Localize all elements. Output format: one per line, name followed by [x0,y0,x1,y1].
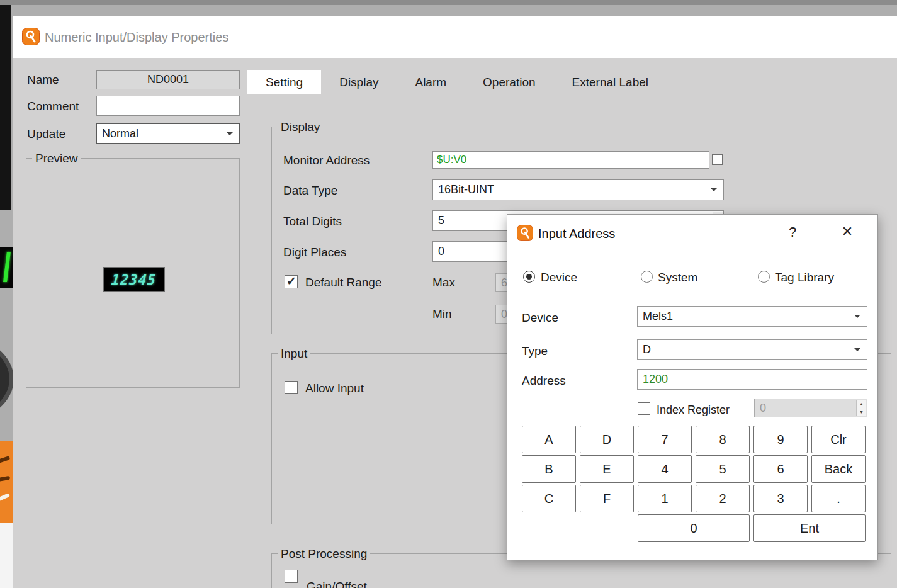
tab-bar: Setting Display Alarm Operation External… [247,70,667,94]
radio-system-label: System [658,271,697,284]
keypad-key-7[interactable]: 7 [638,426,692,453]
input-group-label: Input [278,346,310,361]
keypad-key-5[interactable]: 5 [696,455,750,483]
keypad-key-d[interactable]: D [580,426,634,453]
keypad-key-a[interactable]: A [522,426,576,453]
keypad-key-dot[interactable]: . [811,485,866,512]
comment-label: Comment [27,96,79,116]
tab-operation[interactable]: Operation [465,70,553,94]
monitor-address-label: Monitor Address [283,153,370,168]
input-address-dialog-title: Input Address [538,225,615,242]
index-register-field: 0 ▲ ▼ [754,399,867,417]
background-circle-fragment [0,348,14,408]
allow-input-checkbox[interactable] [285,381,298,394]
main-dialog-title: Numeric Input/Display Properties [45,16,228,58]
tab-external-label[interactable]: External Label [554,70,667,94]
data-type-label: Data Type [283,183,337,198]
device-label: Device [522,310,558,325]
index-register-checkbox[interactable] [638,402,650,415]
help-button[interactable]: ? [782,223,803,242]
keypad-key-back[interactable]: Back [811,455,866,483]
monitor-address-field[interactable]: $U:V0 [432,151,709,169]
touch-app-icon [517,225,533,241]
allow-input-label: Allow Input [305,381,364,396]
total-digits-label: Total Digits [283,214,342,229]
touch-app-icon [22,28,40,45]
keypad-key-3[interactable]: 3 [753,485,808,512]
address-keypad: A D 7 8 9 Clr B E 4 5 6 Back C F 1 2 3 .… [522,426,866,542]
input-address-dialog: Input Address ? ✕ Device System Tag Libr… [507,214,878,560]
radio-device[interactable] [523,271,535,283]
digit-places-label: Digit Places [283,245,346,260]
default-range-label: Default Range [305,275,381,290]
keypad-key-b[interactable]: B [522,455,576,483]
keypad-key-2[interactable]: 2 [696,485,750,512]
name-label: Name [27,70,59,89]
tab-alarm[interactable]: Alarm [397,70,465,94]
tab-setting[interactable]: Setting [247,70,321,94]
index-register-spinner[interactable]: ▲ ▼ [856,400,866,416]
main-dialog-titlebar[interactable]: Numeric Input/Display Properties [13,16,897,58]
comment-field[interactable] [96,96,240,116]
keypad-key-ent[interactable]: Ent [753,514,866,542]
preview-group: Preview 12345 [26,158,240,388]
type-dropdown[interactable]: D [637,339,867,360]
keypad-key-f[interactable]: F [580,485,634,512]
keypad-key-6[interactable]: 6 [753,455,808,483]
keypad-key-1[interactable]: 1 [638,485,692,512]
digit-places-value: 0 [438,245,444,257]
post-processing-group-label: Post Processing [278,546,370,561]
total-digits-value: 5 [438,214,444,227]
address-value: 1200 [643,373,668,385]
tab-display[interactable]: Display [321,70,397,94]
index-register-label: Index Register [657,402,730,417]
preview-display-value: 12345 [111,272,157,288]
radio-tag-library-label: Tag Library [775,271,834,284]
preview-group-label: Preview [32,151,81,166]
radio-tag-library[interactable] [758,271,770,283]
desktop: Numeric Input/Display Properties Name ND… [0,0,897,588]
spinner-down-icon[interactable]: ▼ [857,408,866,416]
background-window-fragment-left [0,5,11,210]
monitor-address-value[interactable]: $U:V0 [437,154,466,166]
keypad-key-c[interactable]: C [522,485,576,512]
keypad-key-clr[interactable]: Clr [811,426,866,453]
index-register-value: 0 [760,402,766,414]
keypad-key-8[interactable]: 8 [696,426,750,453]
name-field[interactable]: ND0001 [96,70,240,89]
background-lcd-display-fragment [0,247,13,288]
keypad-key-0[interactable]: 0 [638,514,750,542]
max-label: Max [432,275,455,290]
data-type-dropdown[interactable]: 16Bit-UINT [432,179,724,200]
spinner-up-icon[interactable]: ▲ [857,400,866,408]
update-label: Update [27,124,65,144]
keypad-key-9[interactable]: 9 [753,426,808,453]
gain-offset-label: Gain/Offset [307,579,367,588]
address-label: Address [522,373,566,388]
close-icon[interactable]: ✕ [835,222,859,241]
keypad-key-e[interactable]: E [580,455,634,483]
monitor-address-browse-button[interactable] [712,154,723,165]
type-label: Type [522,344,548,359]
keypad-key-4[interactable]: 4 [638,455,692,483]
radio-device-label: Device [541,271,577,284]
radio-system[interactable] [641,271,653,283]
min-label: Min [432,307,452,322]
background-window-fragment-top [0,0,897,5]
update-dropdown[interactable]: Normal [96,123,240,144]
gain-offset-checkbox[interactable] [285,570,298,583]
default-range-checkbox[interactable] [285,275,298,288]
background-image-fragment [0,441,13,523]
preview-numeric-display: 12345 [103,267,165,292]
background-white-fragment [0,523,13,588]
address-field[interactable]: 1200 [637,369,867,390]
device-dropdown[interactable]: Mels1 [637,306,867,327]
display-group-label: Display [278,120,323,134]
